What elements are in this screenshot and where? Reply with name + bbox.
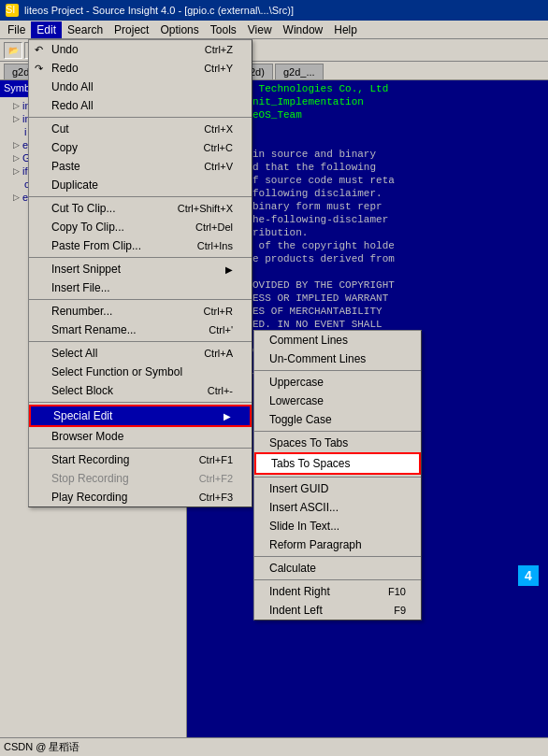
- edit-dropdown: ↶ Undo Ctrl+Z ↷ Redo Ctrl+Y Undo All Red…: [28, 39, 252, 507]
- submenu-sep-4: [254, 556, 421, 557]
- dd-sep-5: [29, 341, 252, 342]
- dd-browser-mode[interactable]: Browser Mode: [29, 427, 252, 446]
- dd-select-block[interactable]: Select Block Ctrl+-: [29, 381, 252, 400]
- tree-expand-icon: ▷: [13, 101, 20, 110]
- tree-expand-icon-2: ▷: [13, 114, 20, 123]
- title-text: liteos Project - Source Insight 4.0 - [g…: [24, 5, 294, 16]
- submenu-slide-in-text[interactable]: Slide In Text...: [254, 517, 421, 535]
- submenu-reform-paragraph[interactable]: Reform Paragraph: [254, 535, 421, 554]
- status-bar: CSDN @ 星稻语: [0, 737, 548, 756]
- menu-edit[interactable]: Edit: [31, 21, 62, 38]
- toolbar-btn-1[interactable]: 📂: [4, 42, 22, 59]
- dd-special-edit[interactable]: Special Edit ▶: [29, 405, 252, 427]
- menu-window[interactable]: Window: [278, 21, 329, 38]
- submenu-indent-left[interactable]: Indent Left F9: [254, 601, 421, 620]
- dd-copy[interactable]: Copy Ctrl+C: [29, 138, 252, 157]
- dd-duplicate[interactable]: Duplicate: [29, 176, 252, 194]
- dd-snippet-arrow: ▶: [225, 264, 233, 275]
- dd-start-recording[interactable]: Start Recording Ctrl+F1: [29, 450, 252, 469]
- dd-insert-file[interactable]: Insert File...: [29, 278, 252, 297]
- dd-sep-3: [29, 257, 252, 258]
- dd-insert-snippet[interactable]: Insert Snippet ▶: [29, 260, 252, 278]
- submenu-sep-1: [254, 370, 421, 371]
- dd-icon-undo: ↶: [35, 44, 43, 56]
- dd-undo-all[interactable]: Undo All: [29, 78, 252, 96]
- dd-sep-7: [29, 448, 252, 449]
- dd-renumber[interactable]: Renumber... Ctrl+R: [29, 302, 252, 321]
- submenu-toggle-case[interactable]: Toggle Case: [254, 410, 421, 429]
- dd-icon-redo: ↷: [35, 63, 43, 75]
- submenu-uncomment-lines[interactable]: Un-Comment Lines: [254, 349, 421, 368]
- tab-g2d[interactable]: g2d_...: [275, 64, 324, 79]
- dd-redo[interactable]: ↷ Redo Ctrl+Y: [29, 59, 252, 78]
- dd-cut-to-clip[interactable]: Cut To Clip... Ctrl+Shift+X: [29, 199, 252, 218]
- dd-cut[interactable]: Cut Ctrl+X: [29, 120, 252, 138]
- app-icon: SI: [6, 4, 19, 17]
- submenu-spaces-to-tabs[interactable]: Spaces To Tabs: [254, 434, 421, 452]
- dd-undo[interactable]: ↶ Undo Ctrl+Z: [29, 40, 252, 59]
- dd-paste-from-clip[interactable]: Paste From Clip... Ctrl+Ins: [29, 236, 252, 255]
- menu-file[interactable]: File: [2, 21, 31, 38]
- special-edit-submenu: Comment Lines Un-Comment Lines Uppercase…: [253, 330, 422, 620]
- dd-select-function[interactable]: Select Function or Symbol: [29, 363, 252, 381]
- submenu-sep-3: [254, 477, 421, 478]
- dd-sep-2: [29, 196, 252, 197]
- dd-sep-6: [29, 402, 252, 403]
- dd-redo-all[interactable]: Redo All: [29, 96, 252, 115]
- title-bar: SI liteos Project - Source Insight 4.0 -…: [0, 0, 548, 21]
- submenu-insert-guid[interactable]: Insert GUID: [254, 479, 421, 498]
- dd-special-edit-arrow: ▶: [224, 411, 231, 421]
- submenu-comment-lines[interactable]: Comment Lines: [254, 331, 421, 349]
- annotation-4: 4: [518, 565, 539, 586]
- tree-expand-icon-5: ▷: [13, 166, 20, 176]
- menu-options[interactable]: Options: [154, 21, 204, 38]
- dd-sep-1: [29, 117, 252, 118]
- submenu-indent-right[interactable]: Indent Right F10: [254, 582, 421, 601]
- dd-sep-4: [29, 299, 252, 300]
- tree-expand-icon-3: ▷: [13, 140, 20, 150]
- menu-project[interactable]: Project: [108, 21, 154, 38]
- dd-copy-to-clip[interactable]: Copy To Clip... Ctrl+Del: [29, 218, 252, 236]
- dd-paste[interactable]: Paste Ctrl+V: [29, 157, 252, 176]
- dd-select-all[interactable]: Select All Ctrl+A: [29, 344, 252, 363]
- tree-label-i: i: [24, 126, 26, 137]
- submenu-sep-2: [254, 431, 421, 432]
- menu-search[interactable]: Search: [62, 21, 108, 38]
- submenu-uppercase[interactable]: Uppercase: [254, 373, 421, 392]
- dd-stop-recording[interactable]: Stop Recording Ctrl+F2: [29, 469, 252, 488]
- status-text: CSDN @ 星稻语: [4, 740, 79, 754]
- menu-view[interactable]: View: [242, 21, 278, 38]
- dd-play-recording[interactable]: Play Recording Ctrl+F3: [29, 488, 252, 506]
- submenu-calculate[interactable]: Calculate: [254, 559, 421, 578]
- menu-bar: File Edit Search Project Options Tools V…: [0, 21, 548, 39]
- submenu-lowercase[interactable]: Lowercase: [254, 392, 421, 410]
- submenu-sep-5: [254, 579, 421, 580]
- menu-tools[interactable]: Tools: [205, 21, 242, 38]
- tree-expand-icon-6: ▷: [13, 193, 20, 202]
- submenu-tabs-to-spaces[interactable]: Tabs To Spaces: [254, 452, 421, 475]
- submenu-insert-ascii[interactable]: Insert ASCII...: [254, 498, 421, 517]
- dd-smart-rename[interactable]: Smart Rename... Ctrl+': [29, 321, 252, 339]
- tree-expand-icon-4: ▷: [13, 153, 20, 163]
- menu-help[interactable]: Help: [328, 21, 363, 38]
